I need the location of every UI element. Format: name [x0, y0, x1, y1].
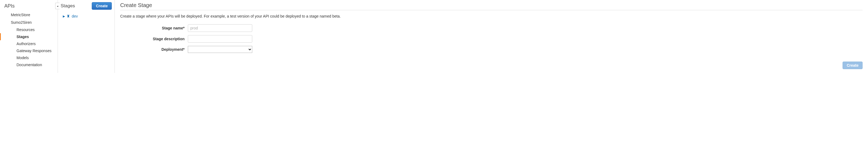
left-sidebar: APIs MetricStore Sumo2Siren Resources St…	[0, 0, 58, 73]
sidebar-item-authorizers[interactable]: Authorizers	[0, 40, 58, 47]
sidebar-item-resources[interactable]: Resources	[0, 26, 58, 33]
stage-name-input[interactable]	[188, 24, 252, 32]
collapse-sidebar-button[interactable]: ◂	[55, 3, 60, 9]
stages-panel-header: Stages Create	[61, 2, 112, 12]
stages-panel-title: Stages	[61, 3, 75, 9]
footer-actions: Create	[842, 62, 863, 69]
api-item-metricstore[interactable]: MetricStore	[0, 11, 58, 19]
deployment-icon: ♜	[67, 14, 70, 19]
form-row-stage-name: Stage name*	[120, 24, 863, 32]
submit-create-button[interactable]: Create	[842, 62, 863, 69]
main-content: Create Stage Create a stage where your A…	[115, 0, 868, 73]
form-row-deployment: Deployment*	[120, 46, 863, 53]
deployment-label: Deployment*	[120, 47, 188, 51]
stage-tree: ▶ ♜ dev	[61, 12, 112, 19]
page-description: Create a stage where your APIs will be d…	[120, 14, 863, 19]
stage-name-label: Stage name*	[120, 26, 188, 30]
create-stage-button[interactable]: Create	[92, 2, 112, 10]
page-title: Create Stage	[120, 2, 863, 10]
sidebar-heading: APIs	[0, 2, 58, 11]
stage-description-input[interactable]	[188, 35, 252, 43]
stage-description-label: Stage description	[120, 37, 188, 41]
stage-tree-item-dev[interactable]: ▶ ♜ dev	[63, 14, 112, 19]
sidebar-item-documentation[interactable]: Documentation	[0, 61, 58, 68]
chevron-left-icon: ◂	[57, 5, 58, 7]
stage-name-label: dev	[72, 14, 78, 19]
api-item-sumo2siren[interactable]: Sumo2Siren	[0, 19, 58, 26]
stages-panel: ◂ Stages Create ▶ ♜ dev	[58, 0, 115, 73]
sidebar-item-models[interactable]: Models	[0, 54, 58, 61]
caret-right-icon: ▶	[63, 14, 65, 18]
deployment-select[interactable]	[188, 46, 252, 53]
sidebar-item-gateway-responses[interactable]: Gateway Responses	[0, 47, 58, 54]
sidebar-item-stages[interactable]: Stages	[0, 33, 58, 40]
form-row-stage-description: Stage description	[120, 35, 863, 43]
